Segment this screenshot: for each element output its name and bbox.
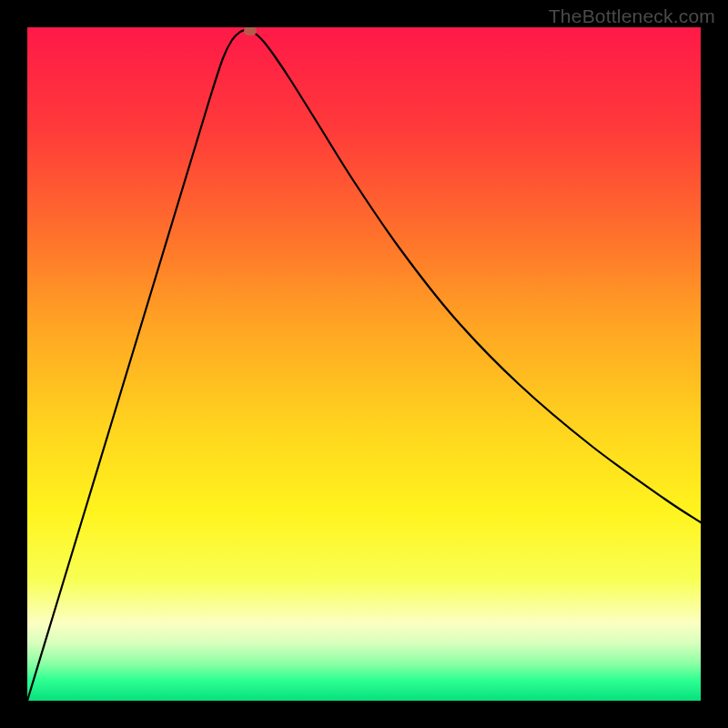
optimal-point-marker	[244, 27, 257, 35]
plot-frame	[27, 27, 701, 701]
watermark-text: TheBottleneck.com	[549, 5, 715, 27]
bottleneck-curve	[27, 27, 701, 701]
